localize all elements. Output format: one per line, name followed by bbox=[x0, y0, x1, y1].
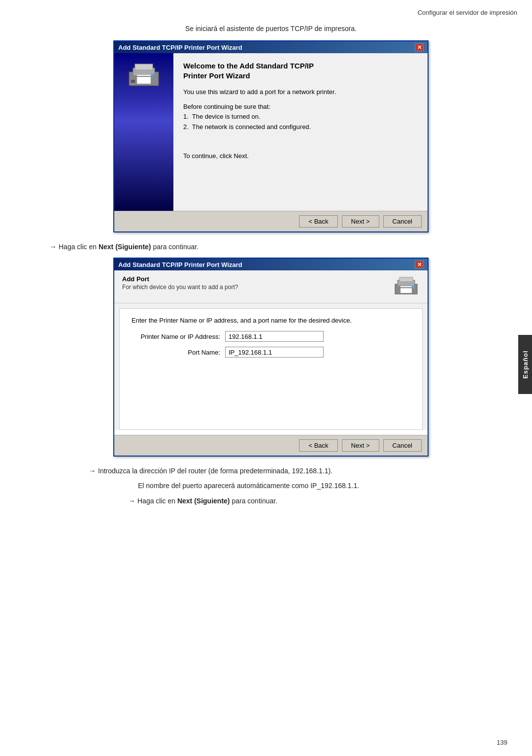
dialog1-close-button[interactable]: ✕ bbox=[415, 43, 424, 51]
ip-note: El nombre del puerto aparecerá automátic… bbox=[138, 482, 493, 490]
instruction3: → Haga clic en Next (Siguiente) para con… bbox=[128, 496, 493, 505]
printer-icon-small bbox=[393, 275, 420, 299]
dialog2-title: Add Standard TCP/IP Printer Port Wizard bbox=[118, 261, 242, 268]
welcome-title: Welcome to the Add Standard TCP/IP Print… bbox=[183, 61, 418, 80]
instruction1-text: Haga clic en Next (Siguiente) para conti… bbox=[59, 243, 199, 251]
svg-rect-10 bbox=[400, 286, 412, 287]
wizard-dialog-1: Add Standard TCP/IP Printer Port Wizard … bbox=[113, 40, 429, 232]
dialog1-right-content: Welcome to the Add Standard TCP/IP Print… bbox=[173, 53, 428, 211]
dialog2-next-button[interactable]: Next > bbox=[342, 439, 379, 452]
printer-name-input[interactable] bbox=[225, 331, 324, 342]
form-spacer bbox=[132, 362, 410, 422]
dialog1-footer: < Back Next > Cancel bbox=[114, 211, 428, 231]
top-label: Configurar el servidor de impresión bbox=[418, 9, 517, 16]
addport-form-area: Enter the Printer Name or IP address, an… bbox=[119, 308, 423, 430]
port-name-label: Port Name: bbox=[132, 349, 220, 356]
welcome-desc1: You use this wizard to add a port for a … bbox=[183, 87, 418, 97]
addport-header: Add Port For which device do you want to… bbox=[114, 270, 428, 303]
dialog2-titlebar: Add Standard TCP/IP Printer Port Wizard … bbox=[114, 259, 428, 270]
svg-point-12 bbox=[412, 286, 415, 289]
addport-header-text: Add Port For which device do you want to… bbox=[122, 275, 238, 291]
arrow-icon-1: → bbox=[49, 242, 57, 251]
svg-rect-4 bbox=[137, 77, 151, 84]
instruction2: → Introduzca la dirección IP del router … bbox=[89, 466, 493, 475]
port-name-row: Port Name: bbox=[132, 347, 410, 358]
wizard-dialog-2: Add Standard TCP/IP Printer Port Wizard … bbox=[113, 258, 429, 457]
dialog1-cancel-button[interactable]: Cancel bbox=[383, 215, 422, 228]
svg-rect-3 bbox=[137, 75, 151, 76]
dialog1-body: Welcome to the Add Standard TCP/IP Print… bbox=[114, 53, 428, 211]
dialog1-left-panel bbox=[114, 53, 173, 211]
svg-point-5 bbox=[151, 73, 154, 76]
form-instruction: Enter the Printer Name or IP address, an… bbox=[132, 317, 410, 324]
dialog1-next-button[interactable]: Next > bbox=[342, 215, 379, 228]
instruction3-text: Haga clic en Next (Siguiente) para conti… bbox=[137, 497, 277, 505]
language-tab: Español bbox=[518, 335, 532, 394]
welcome-checklist: Before continuing be sure that: 1. The d… bbox=[183, 102, 418, 132]
arrow-icon-2: → bbox=[89, 466, 96, 475]
section1-intro: Se iniciará el asistente de puertos TCP/… bbox=[49, 25, 493, 33]
page-number: 139 bbox=[497, 739, 507, 746]
dialog1-back-button[interactable]: < Back bbox=[299, 215, 337, 228]
printer-icon-large bbox=[124, 58, 164, 93]
svg-rect-2 bbox=[135, 64, 153, 70]
dialog2-body: Add Port For which device do you want to… bbox=[114, 270, 428, 430]
svg-rect-11 bbox=[400, 288, 412, 293]
printer-name-row: Printer Name or IP Address: bbox=[132, 331, 410, 342]
port-name-input[interactable] bbox=[225, 347, 324, 358]
addport-section-title: Add Port bbox=[122, 275, 238, 283]
dialog2-footer: < Back Next > Cancel bbox=[114, 435, 428, 456]
dialog2-back-button[interactable]: < Back bbox=[299, 439, 337, 452]
instruction1: → Haga clic en Next (Siguiente) para con… bbox=[49, 242, 493, 251]
dialog2-cancel-button[interactable]: Cancel bbox=[383, 439, 422, 452]
welcome-continue: To continue, click Next. bbox=[183, 152, 418, 160]
dialog1-titlebar: Add Standard TCP/IP Printer Port Wizard … bbox=[114, 41, 428, 53]
addport-section-subtitle: For which device do you want to add a po… bbox=[122, 284, 238, 291]
printer-name-label: Printer Name or IP Address: bbox=[132, 333, 220, 340]
svg-rect-6 bbox=[131, 80, 135, 83]
dialog1-title: Add Standard TCP/IP Printer Port Wizard bbox=[118, 44, 242, 51]
instruction2-text: Introduzca la dirección IP del router (d… bbox=[98, 467, 332, 475]
dialog2-close-button[interactable]: ✕ bbox=[415, 261, 424, 268]
svg-rect-9 bbox=[399, 277, 413, 282]
arrow-icon-3: → bbox=[128, 496, 135, 505]
